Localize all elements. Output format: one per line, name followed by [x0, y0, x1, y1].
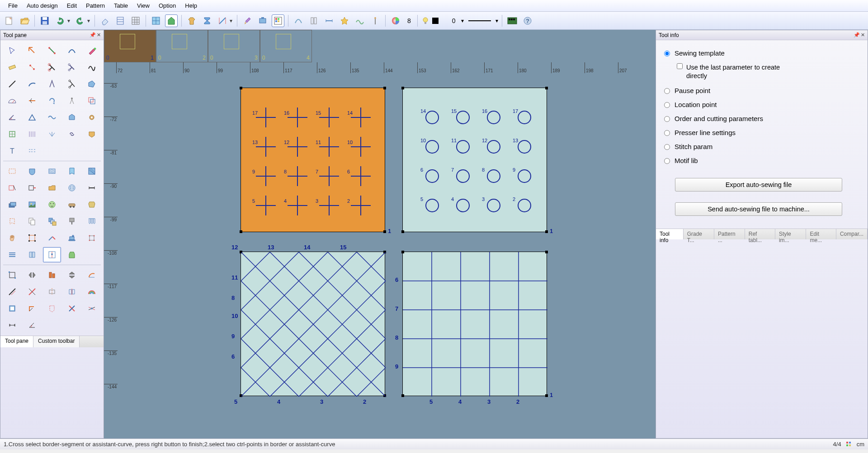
- bounds-tool[interactable]: [23, 230, 42, 246]
- button-tool[interactable]: [62, 180, 81, 196]
- boundbox-tool[interactable]: [3, 267, 22, 283]
- opt-location-point[interactable]: [664, 102, 670, 108]
- measure-icon[interactable]: [216, 14, 229, 27]
- opt-motif-lib[interactable]: [664, 158, 670, 164]
- extend-tool[interactable]: [23, 180, 42, 196]
- wave-tool[interactable]: [43, 110, 61, 125]
- open-file-icon[interactable]: [18, 14, 31, 27]
- shape-tool[interactable]: [62, 110, 81, 125]
- close-icon[interactable]: ✕: [861, 32, 865, 38]
- pattern-icon[interactable]: [165, 14, 178, 27]
- auto-sew-tool[interactable]: [43, 247, 61, 262]
- diag-tool[interactable]: [3, 284, 22, 299]
- menu-view[interactable]: View: [132, 0, 154, 11]
- pattern-d[interactable]: 1: [402, 252, 547, 396]
- close-icon[interactable]: ✕: [97, 32, 101, 38]
- angle-tool[interactable]: [3, 110, 22, 125]
- film-icon[interactable]: [506, 14, 519, 27]
- join-tool[interactable]: [43, 230, 61, 246]
- menu-help[interactable]: Help: [180, 0, 202, 11]
- freehand-tool[interactable]: [82, 60, 101, 75]
- reverse-tool[interactable]: [23, 284, 42, 299]
- pleat-tool[interactable]: [23, 126, 42, 142]
- menu-pattern[interactable]: Pattern: [81, 0, 109, 11]
- sew-machine-tool[interactable]: [62, 230, 81, 246]
- opt-sewing-template[interactable]: [664, 51, 670, 56]
- cascade-tool[interactable]: [43, 214, 61, 229]
- arc-tool[interactable]: [23, 76, 42, 92]
- canvas[interactable]: 01 02 03 04 7281909910811712613514415316…: [104, 30, 656, 439]
- redo-dropdown[interactable]: ▾: [86, 14, 91, 27]
- opt-stitch-param[interactable]: [664, 144, 670, 150]
- img-tool[interactable]: [23, 197, 42, 212]
- cut-tool[interactable]: [43, 60, 61, 75]
- rotate-tool[interactable]: [43, 93, 61, 108]
- eraser-icon[interactable]: [99, 14, 111, 27]
- corner2-tool[interactable]: [23, 301, 42, 316]
- menu-edit[interactable]: Edit: [62, 0, 81, 11]
- pattern2-tool[interactable]: [82, 197, 101, 212]
- help-icon[interactable]: ?: [521, 14, 534, 27]
- book-tool[interactable]: [23, 247, 42, 262]
- car-tool[interactable]: [62, 197, 81, 212]
- color-wheel-icon[interactable]: [389, 14, 402, 27]
- chk-use-last-param[interactable]: [677, 63, 683, 69]
- lines-tool[interactable]: [3, 247, 22, 262]
- pocket-tool[interactable]: [82, 126, 101, 142]
- mirror-tool[interactable]: [62, 284, 81, 299]
- needle-icon[interactable]: [369, 14, 382, 27]
- stitch-tool[interactable]: [23, 143, 42, 159]
- vflip-tool[interactable]: [62, 267, 81, 283]
- face-tool[interactable]: [43, 197, 61, 212]
- line-weight[interactable]: [468, 20, 491, 21]
- curve-tool[interactable]: [62, 43, 81, 58]
- cross-tool[interactable]: [62, 301, 81, 316]
- line-tool[interactable]: [3, 76, 22, 92]
- machine-icon[interactable]: [256, 14, 269, 27]
- dim-h-tool[interactable]: [3, 318, 22, 333]
- layer-dropdown[interactable]: ▾: [461, 18, 464, 24]
- wave-icon[interactable]: [354, 14, 366, 27]
- menu-auto-design[interactable]: Auto design: [22, 0, 62, 11]
- export-auto-sewing-button[interactable]: Export auto-sewing file: [675, 178, 842, 191]
- pattern-a[interactable]: 171615141312111098765432 1: [241, 88, 385, 232]
- edge-tool[interactable]: [43, 43, 61, 58]
- brush-icon[interactable]: [241, 14, 254, 27]
- sigma-icon[interactable]: [201, 14, 213, 27]
- star-icon[interactable]: [338, 14, 351, 27]
- ruler-tool[interactable]: [3, 60, 22, 75]
- rainbow-tool[interactable]: [82, 284, 101, 299]
- undo-dropdown[interactable]: ▾: [66, 14, 71, 27]
- tab-pattern[interactable]: Pattern ...: [714, 229, 745, 239]
- tab-custom-toolbar[interactable]: Custom toolbar: [33, 336, 80, 347]
- nodes-tool[interactable]: [82, 230, 101, 246]
- hand-tool[interactable]: [3, 230, 22, 246]
- intersect-tool[interactable]: [82, 301, 101, 316]
- curtain-tool[interactable]: [82, 214, 101, 229]
- opt-pause-point[interactable]: [664, 88, 670, 94]
- line-dropdown[interactable]: ▾: [495, 18, 498, 24]
- tag-tool[interactable]: [82, 76, 101, 92]
- menu-table[interactable]: Table: [109, 0, 132, 11]
- tab-ref-table[interactable]: Ref tabl...: [745, 229, 775, 239]
- pattern-fill-tool[interactable]: [43, 163, 61, 179]
- pen-tool[interactable]: [82, 43, 101, 58]
- bulb-icon[interactable]: [421, 14, 429, 27]
- hatch-tool[interactable]: [82, 163, 101, 179]
- vest-tool[interactable]: [62, 247, 81, 262]
- dimension-icon[interactable]: [323, 14, 335, 27]
- cut-line-tool[interactable]: [23, 93, 42, 108]
- thumb-2[interactable]: 02: [156, 30, 208, 62]
- link-tool[interactable]: [62, 126, 81, 142]
- curve-tool-icon[interactable]: [292, 14, 305, 27]
- measure-dropdown[interactable]: ▾: [229, 14, 233, 27]
- corner-tool[interactable]: [23, 43, 42, 58]
- gear-tool[interactable]: [82, 110, 101, 125]
- tab-tool-pane[interactable]: Tool pane: [0, 336, 33, 347]
- pin-icon[interactable]: 📌: [854, 32, 860, 38]
- node-tool[interactable]: [23, 60, 42, 75]
- undo-icon[interactable]: [54, 14, 66, 27]
- protractor-tool[interactable]: [3, 93, 22, 108]
- style-icon[interactable]: [185, 14, 198, 27]
- trim-tool[interactable]: [3, 180, 22, 196]
